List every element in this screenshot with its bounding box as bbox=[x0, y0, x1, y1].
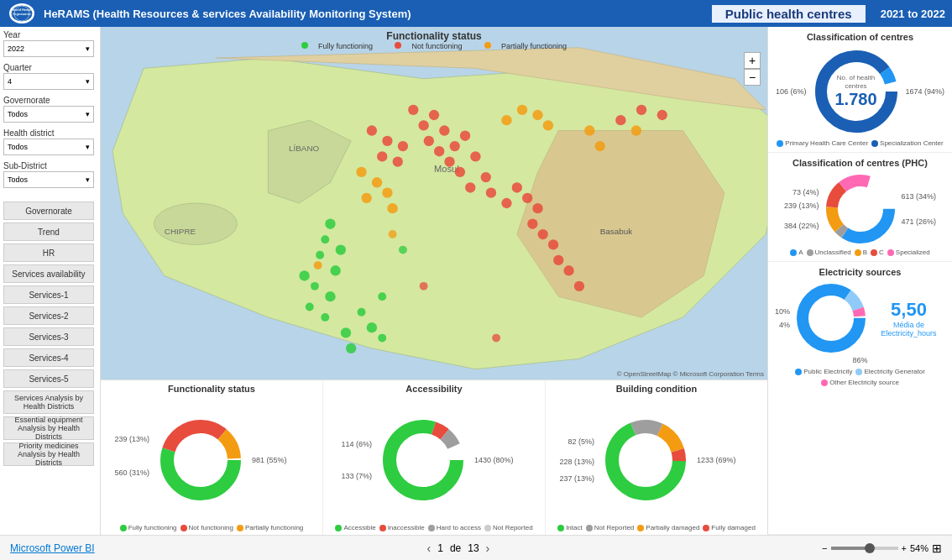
phc-label-blue: 613 (34%) bbox=[902, 192, 937, 201]
svg-point-34 bbox=[460, 131, 470, 141]
sidebar-btn-services5[interactable]: Services-5 bbox=[3, 369, 94, 388]
main-content: Year 2022 ▾ Quarter 4 ▾ Governorate Todo… bbox=[0, 27, 952, 535]
func-label-red: 560 (31%) bbox=[107, 468, 149, 477]
build-label-green: 1233 (69%) bbox=[697, 456, 736, 464]
classification-title: Classification of centres bbox=[775, 32, 945, 42]
svg-point-46 bbox=[538, 229, 548, 239]
map-svg: Mosul LÍBANO CHIPRE Basabuk bbox=[101, 27, 767, 379]
svg-point-74 bbox=[399, 246, 407, 254]
power-bi-link[interactable]: Microsoft Power BI bbox=[10, 542, 95, 554]
svg-point-67 bbox=[615, 115, 625, 125]
sidebar-btn-services1[interactable]: Services-1 bbox=[3, 285, 94, 304]
svg-point-68 bbox=[636, 105, 646, 115]
prev-page-button[interactable]: ‹ bbox=[427, 542, 432, 555]
electricity-title: Electricity sources bbox=[775, 267, 945, 277]
sidebar: Year 2022 ▾ Quarter 4 ▾ Governorate Todo… bbox=[0, 27, 101, 535]
phc-label-orange: 239 (13%) bbox=[784, 201, 819, 210]
class-legend-phc: Primary Health Care Center bbox=[777, 139, 868, 147]
year-range: 2021 to 2022 bbox=[867, 8, 945, 20]
sidebar-btn-services2[interactable]: Services-2 bbox=[3, 306, 94, 325]
legend-fully-dot bbox=[301, 42, 308, 49]
filter-gov-select[interactable]: Todos ▾ bbox=[3, 106, 94, 123]
build-legend-partial: Partially damaged bbox=[637, 524, 699, 531]
zoom-out-button[interactable]: − bbox=[744, 69, 761, 86]
building-donut-svg bbox=[599, 414, 692, 506]
svg-point-35 bbox=[444, 156, 454, 166]
phc-donut-svg bbox=[823, 171, 898, 247]
svg-point-61 bbox=[501, 115, 511, 125]
elec-legend-public: Public Electricity bbox=[795, 368, 852, 375]
zoom-in-button[interactable]: + bbox=[744, 52, 761, 69]
phc-legend-a: A bbox=[790, 249, 803, 256]
sidebar-btn-hr[interactable]: HR bbox=[3, 243, 94, 262]
filter-year-value: 2022 bbox=[8, 44, 24, 53]
zoom-minus-button[interactable]: − bbox=[822, 543, 827, 553]
functionality-donut-svg bbox=[154, 414, 247, 506]
sidebar-btn-trend[interactable]: Trend bbox=[3, 222, 94, 241]
zoom-slider-track[interactable] bbox=[831, 547, 898, 550]
accessibility-chart-panel: Accessibility 114 (6%) 133 (7%) bbox=[323, 380, 546, 535]
svg-point-53 bbox=[377, 151, 387, 161]
accessibility-donut-svg bbox=[377, 414, 469, 506]
svg-point-28 bbox=[418, 120, 428, 130]
svg-point-39 bbox=[481, 172, 491, 182]
map-title: Functionality status bbox=[101, 30, 767, 42]
sidebar-btn-medicines-hd[interactable]: Priority medicines Analysis by Health Di… bbox=[3, 442, 94, 466]
svg-point-14 bbox=[330, 265, 340, 275]
svg-point-49 bbox=[563, 265, 573, 275]
acc-label-green: 1430 (80%) bbox=[474, 456, 514, 464]
acc-legend: Accessible Inaccessible Hard to access N… bbox=[335, 524, 532, 531]
phc-legend-c: C bbox=[871, 249, 884, 256]
acc-label-red: 114 (6%) bbox=[330, 440, 372, 448]
svg-point-17 bbox=[321, 313, 329, 322]
filter-sd-value: Todos bbox=[8, 175, 28, 184]
sidebar-btn-services-hd[interactable]: Services Analysis by Health Districts bbox=[3, 390, 94, 414]
page-total: 13 bbox=[468, 542, 479, 554]
functionality-chart-panel: Functionality status 239 (13%) 560 (31%) bbox=[101, 380, 323, 535]
svg-point-54 bbox=[393, 156, 403, 166]
acc-legend-hard: Hard to access bbox=[428, 524, 481, 531]
sidebar-btn-services-avail[interactable]: Services availability bbox=[3, 264, 94, 283]
next-page-button[interactable]: › bbox=[486, 542, 490, 555]
sidebar-btn-governorate[interactable]: Governorate bbox=[3, 201, 94, 220]
svg-point-73 bbox=[389, 230, 397, 238]
svg-point-26 bbox=[378, 292, 386, 301]
acc-legend-acc: Accessible bbox=[335, 524, 375, 531]
build-legend-intact: Intact bbox=[557, 524, 583, 531]
sidebar-btn-equipment-hd[interactable]: Essential equipment Analysis by Health D… bbox=[3, 416, 94, 440]
svg-point-40 bbox=[486, 187, 496, 197]
sidebar-btn-services3[interactable]: Services-3 bbox=[3, 327, 94, 346]
filter-sd-select[interactable]: Todos ▾ bbox=[3, 171, 94, 188]
zoom-plus-button[interactable]: + bbox=[902, 543, 907, 553]
build-label-gray: 228 (13%) bbox=[552, 458, 594, 466]
filter-quarter-label: Quarter bbox=[3, 63, 97, 72]
svg-point-23 bbox=[378, 334, 386, 343]
classification-phc-title: Classification of centres (PHC) bbox=[775, 158, 945, 168]
svg-point-16 bbox=[325, 291, 335, 301]
phc-label-red: 384 (22%) bbox=[784, 222, 819, 230]
svg-point-62 bbox=[517, 105, 527, 115]
svg-point-57 bbox=[372, 177, 382, 187]
acc-legend-nr: Not Reported bbox=[484, 524, 533, 531]
electricity-value: 5,50 bbox=[872, 299, 945, 321]
class-legend-spec: Specialization Center bbox=[871, 139, 944, 147]
legend-fully-label: Fully functioning bbox=[318, 42, 373, 50]
svg-point-69 bbox=[657, 110, 667, 120]
filter-year-select[interactable]: 2022 ▾ bbox=[3, 40, 94, 57]
zoom-slider-thumb[interactable] bbox=[865, 543, 875, 553]
svg-point-22 bbox=[367, 322, 377, 332]
who-logo: World Health Organization bbox=[7, 2, 37, 25]
svg-point-32 bbox=[434, 146, 444, 156]
svg-point-37 bbox=[455, 167, 465, 177]
filter-quarter-select[interactable]: 4 ▾ bbox=[3, 73, 94, 90]
map-zoom-controls[interactable]: + − bbox=[744, 52, 761, 86]
charts-bottom: Functionality status 239 (13%) 560 (31%) bbox=[101, 379, 767, 535]
svg-text:CHIPRE: CHIPRE bbox=[165, 227, 196, 236]
bottom-bar: Microsoft Power BI ‹ 1 de 13 › − + 54% ⊞ bbox=[0, 535, 952, 560]
functionality-chart-title: Functionality status bbox=[168, 384, 255, 394]
elec-legend-other: Other Electricity source bbox=[821, 379, 899, 386]
fit-to-page-button[interactable]: ⊞ bbox=[932, 542, 942, 555]
svg-point-59 bbox=[382, 187, 392, 197]
sidebar-btn-services4[interactable]: Services-4 bbox=[3, 348, 94, 367]
filter-hd-select[interactable]: Todos ▾ bbox=[3, 139, 94, 155]
